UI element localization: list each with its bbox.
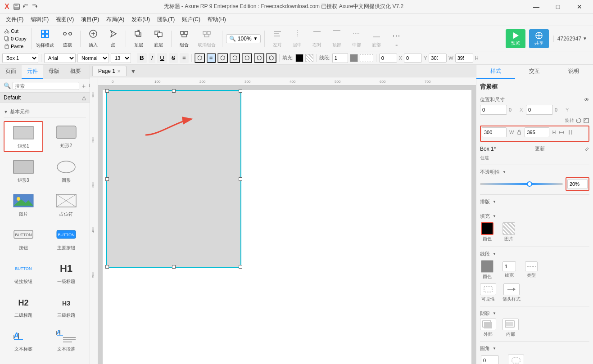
tab-pages[interactable]: 页面 xyxy=(0,65,22,79)
handle-tr[interactable] xyxy=(239,89,242,93)
right-tab-note[interactable]: 说明 xyxy=(554,65,593,79)
border-width-input-right[interactable] xyxy=(502,261,516,271)
opacity-input[interactable] xyxy=(567,179,588,189)
component-text-label[interactable]: A 文本标签 xyxy=(4,324,43,355)
update-action[interactable]: 更新 xyxy=(535,145,545,152)
save-icon[interactable] xyxy=(13,3,20,10)
handle-tl[interactable] xyxy=(105,89,109,93)
y-input[interactable] xyxy=(404,54,422,63)
close-button[interactable]: ✕ xyxy=(570,0,588,13)
shadow-triangle[interactable]: ▼ xyxy=(493,311,496,315)
menu-file[interactable]: 文件(F) xyxy=(2,14,27,25)
right-tab-interaction[interactable]: 交互 xyxy=(515,65,554,79)
handle-ml[interactable] xyxy=(105,177,109,181)
menu-edit[interactable]: 编辑(E) xyxy=(27,14,52,25)
height-input[interactable] xyxy=(525,127,549,137)
arrow-style-option[interactable]: 箭头样式 xyxy=(502,283,521,302)
handle-bc[interactable] xyxy=(172,265,176,269)
component-placeholder[interactable]: 占位符 xyxy=(47,189,86,220)
align-mid-button[interactable]: 中部 xyxy=(348,28,366,49)
component-rect2[interactable]: 矩形2 xyxy=(47,121,86,152)
component-text-para[interactable]: A 文本段落 xyxy=(47,324,86,355)
position-size-label[interactable]: 位置和尺寸 👁 xyxy=(480,96,589,103)
cut-button[interactable]: Cut xyxy=(2,28,28,34)
component-ellipse[interactable]: 圆形 xyxy=(47,156,86,186)
paste-button[interactable]: Paste xyxy=(2,43,28,49)
italic-button[interactable]: I xyxy=(149,53,156,63)
user-dropdown-icon[interactable]: ▼ xyxy=(583,36,587,41)
border-triangle[interactable]: ▼ xyxy=(493,252,496,256)
canvas-scroll[interactable] xyxy=(98,85,476,364)
lock-size-icon[interactable] xyxy=(567,129,574,135)
widget-name-input[interactable]: Box 1 xyxy=(2,53,38,63)
tab-components[interactable]: 元件 xyxy=(22,65,43,79)
align-top-button[interactable]: 顶部 xyxy=(328,28,346,49)
ungroup-button[interactable]: 取消组合 xyxy=(195,28,218,49)
border-color-swatch[interactable] xyxy=(350,54,358,62)
align-bottom-button[interactable]: 底部 xyxy=(367,28,385,49)
style-select[interactable]: Normal xyxy=(77,53,109,63)
border-width-input[interactable] xyxy=(332,53,348,63)
shadow-inner[interactable]: 内部 xyxy=(502,319,519,337)
lock-icon[interactable] xyxy=(516,130,522,135)
insert-button[interactable]: 插入 xyxy=(84,28,102,49)
fill-image-option[interactable]: 图片 xyxy=(502,221,516,243)
handle-tc[interactable] xyxy=(172,89,176,93)
menu-team[interactable]: 团队(T) xyxy=(154,14,178,25)
text-valign-bottom-button[interactable]: ⬡ xyxy=(266,53,276,63)
top-layer-button[interactable]: 顶层 xyxy=(130,28,148,49)
share-button[interactable]: 共享 xyxy=(529,29,549,48)
edit-icon[interactable] xyxy=(584,146,589,152)
search-input[interactable] xyxy=(13,82,79,90)
menu-help[interactable]: 帮助(H) xyxy=(204,14,230,25)
opacity-triangle[interactable]: ▼ xyxy=(502,170,506,174)
layout-triangle[interactable]: ▼ xyxy=(493,200,496,204)
opacity-slider[interactable] xyxy=(480,183,563,185)
handle-br[interactable] xyxy=(239,265,242,269)
fill-transparent-button[interactable] xyxy=(305,54,313,62)
expand-icon[interactable] xyxy=(558,129,565,135)
copy-button[interactable]: 0 Copy xyxy=(2,36,28,42)
size-select[interactable]: 13 xyxy=(111,53,131,63)
corner-triangle[interactable]: ▼ xyxy=(493,346,496,351)
component-rect3[interactable]: 矩形3 xyxy=(4,156,43,186)
align-center-button[interactable]: 居中 xyxy=(288,28,306,49)
zoom-control[interactable]: 🔍 100% ▼ xyxy=(226,34,261,43)
tab-outline[interactable]: 概要 xyxy=(65,65,86,79)
shadow-outer[interactable]: 外部 xyxy=(480,319,496,337)
width-input[interactable] xyxy=(482,127,507,137)
corner-visibility-option[interactable]: 可见性 xyxy=(507,354,525,364)
w-input[interactable] xyxy=(429,54,447,63)
connect-button[interactable]: 连接 xyxy=(59,28,77,49)
minimize-button[interactable]: — xyxy=(527,0,545,13)
section-arrow[interactable]: ▼ xyxy=(4,109,8,114)
fill-image-swatch[interactable] xyxy=(502,222,515,235)
text-align-justify-button[interactable]: ⬡ xyxy=(230,53,240,63)
more-tabs-icon[interactable]: ▼ xyxy=(127,66,140,76)
fill-color-swatch[interactable] xyxy=(481,222,493,235)
group-button[interactable]: 组合 xyxy=(175,28,193,49)
x-input[interactable] xyxy=(379,54,397,63)
fill-triangle[interactable]: ▼ xyxy=(493,214,496,218)
font-select[interactable]: Arial xyxy=(44,53,76,63)
component-h3[interactable]: H3 三级标题 xyxy=(47,291,86,321)
component-h1[interactable]: H1 一级标题 xyxy=(47,257,86,287)
visibility-option[interactable]: 可见性 xyxy=(480,283,496,302)
menu-account[interactable]: 账户(C) xyxy=(178,14,204,25)
corner-radius-input[interactable] xyxy=(481,355,499,364)
point-button[interactable]: 点 xyxy=(104,28,122,49)
menu-publish[interactable]: 发布(U) xyxy=(128,14,154,25)
page-tab-1[interactable]: Page 1 ✕ xyxy=(92,66,127,76)
pos-x-input[interactable] xyxy=(480,105,507,115)
component-h2[interactable]: H2 二级标题 xyxy=(4,291,43,321)
redo-icon[interactable] xyxy=(31,3,38,10)
add-icon[interactable]: + xyxy=(81,81,86,90)
position-eye-icon[interactable]: 👁 xyxy=(584,97,589,103)
border-style-option[interactable]: 类型 xyxy=(524,261,539,279)
text-valign-mid-button[interactable]: ⬡ xyxy=(254,53,264,63)
fill-color-option[interactable]: 颜色 xyxy=(480,221,494,243)
list-button[interactable]: ≡ xyxy=(180,53,189,63)
handle-bl[interactable] xyxy=(105,265,109,269)
handle-mr[interactable] xyxy=(239,177,242,181)
bottom-layer-button[interactable]: 底层 xyxy=(149,28,167,49)
